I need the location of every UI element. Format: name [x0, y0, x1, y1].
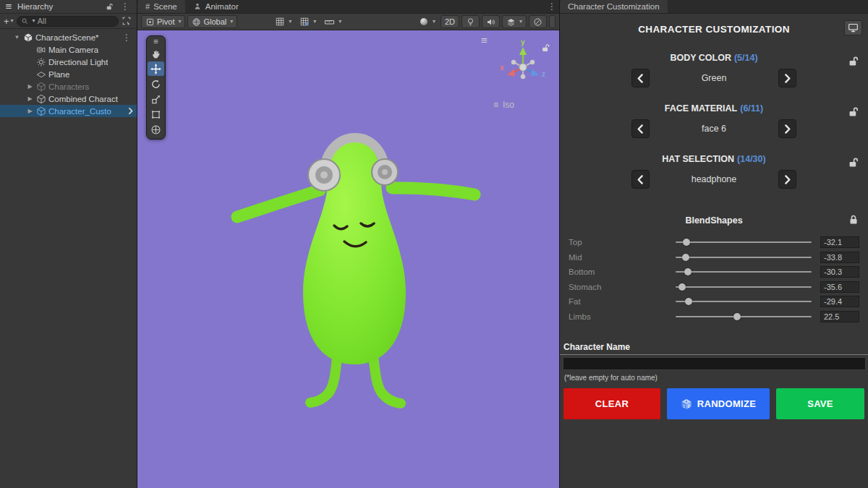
face-material-section: FACE MATERIAL(6/11) face 6: [560, 100, 868, 145]
pivot-mode-button[interactable]: Pivot ▾: [141, 15, 185, 28]
scene-toolbar: Pivot ▾ Global ▾ ▾ ▾ ▾: [137, 14, 559, 30]
scene-lighting-button[interactable]: [461, 15, 480, 28]
scene-root-row[interactable]: ▼ CharacterScene* ⋮: [0, 31, 137, 43]
scene-kebab-icon[interactable]: ⋮: [119, 33, 134, 43]
blendshape-value-field[interactable]: -33.8: [820, 252, 859, 263]
clipped-toolbar-button[interactable]: [549, 15, 556, 28]
save-button[interactable]: SAVE: [776, 388, 864, 419]
tree-row-characters[interactable]: ▶ Characters: [0, 80, 137, 93]
slider-handle[interactable]: [678, 283, 686, 291]
unlock-icon[interactable]: [848, 157, 859, 168]
blendshape-slider[interactable]: [676, 312, 812, 321]
display-toggle-button[interactable]: [844, 20, 862, 35]
tab-animator[interactable]: Animator: [185, 0, 247, 13]
caret-down-icon: ▾: [289, 19, 292, 25]
customization-title-row: CHARACTER CUSTOMIZATION: [560, 14, 868, 44]
gizmo-negative-x[interactable]: [530, 60, 535, 64]
gizmo-x-axis[interactable]: [507, 69, 515, 77]
blendshape-slider[interactable]: [676, 283, 812, 291]
slider-handle[interactable]: [683, 239, 690, 246]
blendshape-slider[interactable]: [676, 297, 812, 306]
hierarchy-search-input[interactable]: ▾ All: [17, 16, 119, 27]
body-color-prev-button[interactable]: [631, 69, 650, 87]
add-gameobject-button[interactable]: + ▾: [4, 16, 14, 27]
foldout-open-icon[interactable]: ▼: [13, 31, 21, 43]
gizmo-x-label[interactable]: x: [500, 64, 504, 72]
scene-tab-kebab-icon[interactable]: ⋮: [545, 1, 559, 12]
slider-handle[interactable]: [733, 313, 741, 320]
gizmo-center[interactable]: [519, 64, 527, 71]
character-name-input[interactable]: [563, 357, 866, 370]
slider-handle[interactable]: [682, 254, 689, 261]
picker-icon: [122, 16, 132, 26]
blendshape-value-field[interactable]: -29.4: [820, 296, 859, 307]
slider-handle[interactable]: [685, 298, 692, 305]
2d-mode-button[interactable]: 2D: [441, 15, 459, 28]
transform-tool-button[interactable]: [148, 122, 164, 137]
open-prefab-icon[interactable]: [127, 107, 135, 115]
panel-kebab-icon[interactable]: ⋮: [118, 1, 132, 12]
tree-row-character-customization[interactable]: ▶ Character_Custo: [0, 105, 137, 117]
gizmo-negative-y[interactable]: [521, 74, 525, 79]
face-material-prev-button[interactable]: [631, 119, 650, 138]
tree-row-combined-characters[interactable]: ▶ Combined Charact: [0, 93, 137, 105]
gizmo-y-axis[interactable]: [519, 47, 527, 55]
unlock-icon[interactable]: [848, 56, 859, 67]
grid-visibility-button[interactable]: ▾: [272, 15, 294, 28]
tree-row-main-camera[interactable]: Main Camera: [0, 43, 137, 56]
rotate-tool-button[interactable]: [148, 77, 164, 91]
shading-mode-button[interactable]: ▾: [416, 15, 438, 28]
gameobject-icon: [36, 82, 46, 92]
scale-tool-button[interactable]: [148, 92, 164, 106]
panel-lock-icon[interactable]: [106, 3, 114, 11]
tab-scene[interactable]: # Scene: [137, 0, 185, 13]
foldout-closed-icon[interactable]: ▶: [26, 80, 34, 93]
scene-visibility-button[interactable]: [529, 15, 547, 28]
palette-drag-handle[interactable]: [148, 38, 164, 46]
slider-handle[interactable]: [684, 268, 692, 275]
blendshape-value-field[interactable]: -32.1: [820, 236, 859, 248]
randomize-button[interactable]: RANDOMIZE: [667, 388, 770, 419]
lock-icon[interactable]: [848, 214, 859, 226]
scene-effects-button[interactable]: ▾: [502, 15, 527, 28]
rect-tool-button[interactable]: [148, 107, 164, 121]
foldout-closed-icon[interactable]: ▶: [26, 105, 34, 117]
scene-picker-button[interactable]: [122, 15, 133, 27]
gizmo-z-label[interactable]: z: [542, 70, 545, 78]
blendshape-slider[interactable]: [676, 267, 812, 276]
hat-next-button[interactable]: [778, 170, 796, 189]
clear-button[interactable]: CLEAR: [563, 388, 660, 419]
global-space-button[interactable]: Global ▾: [187, 15, 237, 28]
body-color-next-button[interactable]: [778, 69, 796, 87]
hat-prev-button[interactable]: [631, 170, 650, 189]
scene-audio-button[interactable]: [482, 15, 500, 28]
overlay-menu-button[interactable]: [479, 36, 490, 45]
gizmo-y-label[interactable]: y: [521, 38, 525, 46]
gizmo-negative-z[interactable]: [511, 60, 516, 64]
grid-snapping-button[interactable]: ▾: [297, 15, 319, 28]
gizmo-z-axis[interactable]: [531, 69, 539, 77]
tab-character-customization[interactable]: Character Customization: [560, 0, 668, 13]
blendshape-slider[interactable]: [676, 238, 812, 247]
foldout-closed-icon[interactable]: ▶: [26, 93, 34, 105]
tree-row-directional-light[interactable]: Directional Light: [0, 56, 137, 68]
blendshape-value-field[interactable]: 22.5: [820, 311, 859, 322]
view-hand-tool-button[interactable]: [148, 46, 164, 61]
hierarchy-header: Hierarchy ⋮: [0, 0, 137, 14]
character-3d-model[interactable]: [137, 30, 559, 488]
tool-palette: [146, 35, 166, 140]
scene-viewport[interactable]: y x z ≡ Iso: [137, 30, 559, 488]
monitor-icon: [848, 22, 859, 33]
blendshape-value-field[interactable]: -35.6: [820, 281, 859, 293]
blendshape-value-field[interactable]: -30.3: [820, 266, 859, 278]
blendshape-slider[interactable]: [676, 253, 812, 262]
scene-orientation-gizmo[interactable]: y x z: [497, 38, 549, 90]
measure-tool-button[interactable]: ▾: [321, 15, 344, 28]
unlock-icon[interactable]: [848, 106, 859, 118]
slider-track: [676, 286, 812, 288]
panel-menu-icon[interactable]: [4, 2, 13, 11]
projection-mode-label[interactable]: ≡ Iso: [493, 100, 514, 110]
face-material-next-button[interactable]: [778, 119, 796, 138]
move-tool-button[interactable]: [148, 61, 164, 76]
tree-row-plane[interactable]: Plane: [0, 68, 137, 80]
